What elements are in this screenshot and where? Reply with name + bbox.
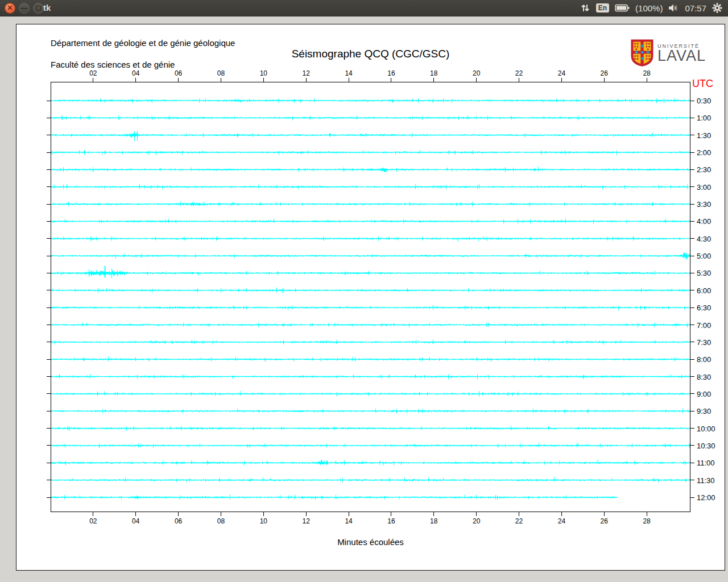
x-tick-bottom (604, 512, 605, 516)
x-tick-label-top: 06 (175, 69, 182, 77)
x-tick-top (135, 78, 136, 82)
x-tick-bottom (135, 512, 136, 516)
row-tick-right (690, 411, 694, 411)
row-tick-left (47, 497, 51, 498)
utc-row-label: 2:00 (697, 148, 711, 157)
row-tick-right (690, 152, 694, 153)
row-tick-left (47, 273, 51, 273)
row-tick-left (47, 325, 51, 325)
x-tick-bottom (561, 512, 562, 516)
x-tick-label-bottom: 08 (217, 517, 225, 525)
x-axis-title: Minutes écoulées (16, 537, 725, 547)
row-tick-left (47, 118, 51, 118)
network-updown-arrows-icon[interactable] (580, 3, 590, 13)
row-tick-left (47, 135, 51, 135)
row-tick-right (690, 135, 694, 135)
utc-row-label: 3:30 (697, 200, 711, 209)
x-tick-label-bottom: 10 (260, 517, 267, 525)
row-tick-right (690, 480, 694, 480)
row-tick-left (47, 445, 51, 446)
row-tick-right (690, 186, 694, 187)
minimize-button[interactable]: — (19, 3, 30, 14)
maximize-icon (36, 6, 41, 10)
x-tick-bottom (349, 512, 349, 516)
x-tick-bottom (306, 512, 307, 516)
session-gear-icon[interactable] (712, 3, 722, 13)
row-tick-left (47, 221, 51, 222)
x-tick-label-bottom: 28 (643, 517, 650, 525)
utc-row-label: 9:00 (697, 389, 711, 398)
system-tray: En (100%) 07:57 (580, 0, 722, 16)
x-tick-label-bottom: 04 (132, 517, 139, 525)
x-tick-bottom (519, 512, 519, 516)
utc-row-label: 7:30 (697, 338, 711, 346)
seismogram-plot-area (51, 82, 690, 512)
utc-row-label: 1:30 (697, 131, 711, 139)
close-button[interactable]: ✕ (5, 3, 15, 14)
clock[interactable]: 07:57 (685, 3, 706, 13)
row-tick-left (47, 393, 51, 394)
x-tick-label-top: 04 (132, 69, 139, 77)
header-line2: Faculté des sciences et de génie (51, 60, 175, 69)
x-tick-label-top: 02 (89, 69, 97, 77)
row-tick-left (47, 359, 51, 360)
utc-row-label: 8:30 (697, 372, 711, 381)
row-tick-left (47, 186, 51, 187)
x-tick-label-top: 10 (260, 69, 267, 77)
row-tick-right (690, 273, 694, 273)
x-tick-bottom (221, 512, 221, 516)
x-tick-top (519, 78, 519, 82)
x-tick-label-bottom: 26 (601, 517, 608, 525)
row-tick-left (47, 238, 51, 239)
volume-icon[interactable] (668, 3, 679, 13)
row-tick-right (690, 497, 694, 498)
desktop: ✕ — tk En (100%) 07 (0, 0, 728, 582)
maximize-button[interactable] (33, 3, 44, 14)
x-tick-bottom (93, 512, 93, 516)
x-tick-label-bottom: 16 (387, 517, 395, 525)
window-buttons: ✕ — (5, 0, 44, 16)
row-tick-left (47, 376, 51, 377)
laval-wordmark: UNIVERSITÉ LAVAL (657, 43, 706, 63)
chart-title: Séismographe QCQ (CGC/GSC) (16, 48, 725, 60)
x-tick-label-top: 24 (558, 69, 565, 77)
utc-row-label: 10:30 (697, 441, 715, 450)
utc-row-label: 4:00 (697, 217, 711, 226)
x-tick-label-bottom: 14 (345, 517, 352, 525)
utc-row-label: 11:00 (697, 459, 715, 467)
utc-row-label: 6:30 (697, 304, 711, 312)
row-tick-right (690, 393, 694, 394)
window-titlebar: ✕ — tk En (100%) 07 (0, 0, 728, 16)
row-tick-left (47, 290, 51, 290)
row-tick-right (690, 445, 694, 446)
x-tick-top (263, 78, 264, 82)
battery-icon[interactable] (615, 4, 630, 12)
x-tick-label-top: 12 (303, 69, 310, 77)
x-tick-top (647, 78, 647, 82)
x-tick-bottom (647, 512, 647, 516)
x-tick-bottom (263, 512, 264, 516)
laval-shield-icon (631, 39, 653, 66)
x-tick-bottom (391, 512, 391, 516)
utc-row-label: 3:00 (697, 182, 711, 191)
utc-row-label: 1:00 (697, 114, 711, 122)
row-tick-right (690, 204, 694, 205)
utc-row-label: 7:00 (697, 321, 711, 329)
seismogram-traces (51, 82, 690, 512)
row-tick-right (690, 221, 694, 222)
utc-row-label: 2:30 (697, 165, 711, 174)
row-tick-left (47, 307, 51, 308)
keyboard-layout-indicator[interactable]: En (596, 3, 609, 13)
x-tick-top (604, 78, 605, 82)
x-tick-label-bottom: 22 (515, 517, 523, 525)
x-tick-label-bottom: 06 (175, 517, 182, 525)
row-tick-left (47, 411, 51, 411)
header-line1: Département de géologie et de génie géol… (51, 38, 235, 48)
universite-laval-logo: UNIVERSITÉ LAVAL (631, 39, 706, 66)
row-tick-right (690, 325, 694, 325)
battery-percent-label: (100%) (635, 3, 663, 13)
row-tick-left (47, 169, 51, 170)
utc-row-label: 4:30 (697, 234, 711, 243)
x-tick-label-bottom: 20 (473, 517, 480, 525)
x-tick-label-top: 22 (515, 69, 523, 77)
